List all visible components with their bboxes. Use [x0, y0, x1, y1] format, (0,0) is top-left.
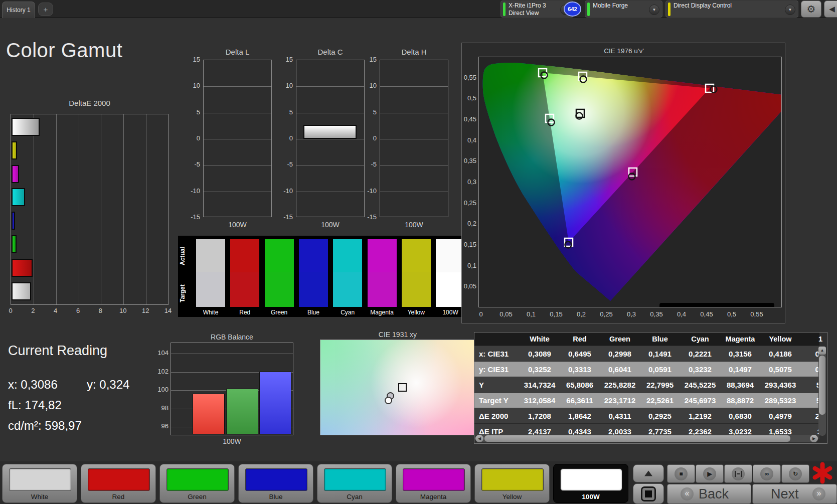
table-cell: 293,4363 — [760, 377, 800, 392]
table-vertical-scrollbar[interactable]: ▲ — [818, 347, 826, 436]
swatch-label: Red — [230, 309, 259, 316]
pattern-swatch — [403, 468, 465, 491]
deltae-bar-white — [12, 282, 31, 300]
deltae-x-tick: 2 — [26, 307, 40, 314]
delta-y-tick: 5 — [359, 108, 377, 116]
display-control-dropdown[interactable]: Direct Display Control ▼ — [665, 1, 798, 18]
meter-status-bar — [503, 3, 506, 16]
deltae-x-tick: 10 — [116, 307, 130, 314]
continuous-measure-button[interactable]: ∞ — [753, 464, 781, 483]
delta-y-tick: -5 — [359, 160, 377, 168]
settings-button[interactable]: ⚙ — [801, 1, 821, 18]
deltae-x-tick: 12 — [138, 307, 152, 314]
rgb-bar-blue — [259, 372, 291, 434]
tab-history-1[interactable]: History 1 — [2, 2, 35, 18]
delta-c-bar — [303, 125, 357, 139]
stop-button[interactable]: ■ — [667, 464, 695, 483]
table-cell: 225,8282 — [600, 377, 640, 392]
next-button[interactable]: Next » — [752, 484, 837, 504]
pattern-button-red[interactable]: Red — [81, 464, 156, 503]
delta-chart-title: Delta L — [203, 48, 272, 56]
swatch-label: 100W — [436, 309, 465, 316]
pattern-button-magenta[interactable]: Magenta — [396, 464, 471, 503]
horizontal-scroll-thumb[interactable] — [484, 435, 790, 442]
table-cell: 1,8642 — [560, 408, 600, 423]
pattern-button-green[interactable]: Green — [159, 464, 235, 503]
meter-dropdown[interactable]: X-Rite i1Pro 3 Direct View ▼ — [500, 1, 574, 18]
cie1976-y-tick: 0,1 — [462, 262, 476, 269]
pattern-button-cyan[interactable]: Cyan — [317, 464, 392, 503]
deltae-gridline — [146, 114, 146, 304]
delta-gridline — [296, 139, 364, 139]
chevron-down-icon[interactable]: ▼ — [649, 5, 659, 15]
pattern-button-white[interactable]: White — [2, 464, 77, 503]
single-measure-button[interactable] — [724, 464, 752, 483]
pattern-button-blue[interactable]: Blue — [238, 464, 313, 503]
delta-gridline — [204, 113, 271, 113]
pattern-window-button[interactable] — [633, 483, 664, 504]
vertical-scroll-thumb[interactable] — [819, 356, 825, 415]
deltae-gridline — [101, 114, 101, 304]
delta-y-tick: 15 — [275, 56, 293, 63]
back-chevron-icon: « — [681, 487, 694, 500]
reading-y: y: 0,324 — [87, 378, 129, 392]
table-cell: 0,4186 — [760, 346, 800, 361]
target-swatch — [299, 272, 328, 307]
calman-asterisk-logo — [811, 462, 833, 484]
pattern-label: Magenta — [396, 493, 470, 500]
table-cell: 1,2192 — [680, 408, 720, 423]
rgb-bar-red — [193, 394, 225, 434]
swatch-label: Blue — [299, 309, 328, 316]
deltae-x-tick: 6 — [71, 307, 85, 314]
table-cell: 0,1497 — [720, 362, 760, 377]
cie1976-y-tick: 0,05 — [462, 282, 476, 290]
table-header-cell: White — [520, 332, 560, 346]
delta-y-tick: 0 — [182, 134, 200, 142]
pattern-window-up-button[interactable] — [633, 464, 664, 482]
deltae2000-chart-title: DeltaE 2000 — [11, 99, 169, 107]
table-header-cell — [474, 332, 520, 346]
source-dropdown[interactable]: Mobile Forge ▼ — [585, 1, 662, 18]
table-cell: 314,7324 — [520, 377, 560, 392]
add-tab-button[interactable]: + — [38, 3, 53, 16]
play-button[interactable]: ▶ — [696, 464, 724, 483]
pattern-button-100w[interactable]: 100W — [553, 464, 628, 503]
pattern-button-yellow[interactable]: Yellow — [474, 464, 550, 503]
swatch-label: Cyan — [333, 309, 362, 316]
refresh-button[interactable]: ↻ — [781, 464, 809, 483]
deltae-x-tick: 4 — [49, 307, 63, 314]
page-title: Color Gamut — [6, 39, 122, 62]
actual-row-label: Actual — [179, 239, 186, 274]
cie1976-y-tick: 0,4 — [462, 136, 476, 144]
meter-name: X-Rite i1Pro 3 Direct View — [509, 2, 546, 17]
delta-x-label: 100W — [296, 221, 365, 229]
pattern-window-icon — [641, 486, 656, 501]
table-header-row: WhiteRedGreenBlueCyanMagentaYellow1 — [474, 332, 819, 346]
rgb-y-tick: 100 — [149, 386, 169, 393]
swatch-column-white: White — [196, 239, 225, 317]
chevron-down-icon[interactable]: ▼ — [785, 5, 795, 15]
back-button[interactable]: « Back — [667, 484, 751, 504]
cie1976-title: CIE 1976 u'v' — [462, 47, 786, 55]
table-header-cell: 1 — [800, 332, 827, 346]
delta-y-tick: -15 — [275, 213, 293, 221]
table-cell: 88,8872 — [720, 393, 760, 408]
collapse-panel-button[interactable]: ◀ — [824, 1, 837, 18]
table-row-label: Target Y — [474, 393, 520, 408]
rgb-balance-title: RGB Balance — [171, 333, 293, 341]
table-horizontal-scrollbar[interactable]: ◀ ▶ — [475, 435, 818, 442]
delta-y-tick: 10 — [275, 82, 293, 89]
deltae-bar-100w — [12, 118, 40, 136]
scroll-right-icon[interactable]: ▶ — [810, 435, 818, 442]
scroll-up-icon[interactable]: ▲ — [818, 347, 826, 355]
scroll-left-icon[interactable]: ◀ — [475, 435, 483, 442]
display-control-name: Direct Display Control — [674, 2, 732, 10]
cie1976-x-tick: 0 — [472, 310, 490, 318]
pattern-label: Blue — [239, 493, 313, 500]
table-cell: 0,4311 — [600, 408, 640, 423]
delta-y-tick: 0 — [275, 134, 293, 142]
table-cell: 0,2925 — [640, 408, 680, 423]
delta-gridline — [380, 139, 448, 139]
cie1976-x-tick: 0,4 — [673, 310, 691, 318]
delta-y-tick: -10 — [275, 187, 293, 195]
